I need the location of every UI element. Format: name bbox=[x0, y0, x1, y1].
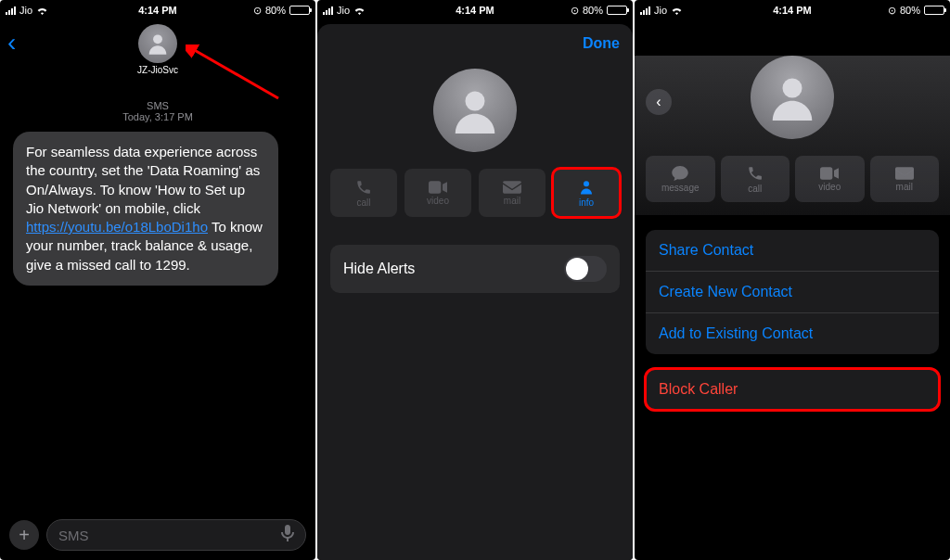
status-bar: Jio 4:14 PM ⊙ 80% bbox=[317, 0, 633, 20]
contact-header: ‹ message call video mail bbox=[635, 56, 950, 215]
phone-icon bbox=[747, 165, 764, 182]
back-button[interactable]: ‹ bbox=[7, 28, 16, 57]
battery-pct: 80% bbox=[265, 5, 286, 16]
svg-rect-7 bbox=[820, 167, 832, 179]
share-contact-row[interactable]: Share Contact bbox=[646, 230, 939, 271]
action-label: mail bbox=[504, 196, 520, 206]
action-label: video bbox=[818, 182, 841, 192]
contact-avatar[interactable] bbox=[138, 24, 177, 63]
mail-button[interactable]: mail bbox=[870, 156, 940, 202]
call-button[interactable]: call bbox=[721, 156, 790, 202]
screen-contact-card: Jio 4:14 PM ⊙ 80% ‹ message call vid bbox=[635, 0, 950, 560]
signal-icon bbox=[6, 6, 16, 15]
svg-rect-8 bbox=[895, 167, 914, 179]
svg-rect-3 bbox=[429, 181, 441, 193]
video-icon bbox=[429, 181, 447, 194]
add-media-button[interactable]: + bbox=[9, 520, 39, 550]
svg-point-5 bbox=[584, 181, 589, 186]
status-bar: Jio 4:14 PM ⊙ 80% bbox=[635, 0, 950, 20]
clock: 4:14 PM bbox=[741, 5, 842, 16]
wifi-icon bbox=[353, 6, 366, 15]
wifi-icon bbox=[671, 6, 683, 15]
done-button[interactable]: Done bbox=[583, 35, 620, 52]
create-new-contact-row[interactable]: Create New Contact bbox=[646, 271, 939, 312]
details-sheet: Done call video mail info bbox=[317, 24, 633, 560]
carrier-label: Jio bbox=[654, 5, 667, 16]
video-button[interactable]: video bbox=[404, 169, 471, 217]
compose-placeholder: SMS bbox=[58, 528, 89, 543]
back-button[interactable]: ‹ bbox=[646, 89, 672, 115]
contact-avatar bbox=[433, 69, 517, 152]
message-button[interactable]: message bbox=[646, 156, 715, 202]
info-button[interactable]: info bbox=[553, 169, 620, 217]
compose-input[interactable]: SMS bbox=[46, 519, 306, 551]
hide-alerts-row[interactable]: Hide Alerts bbox=[330, 245, 620, 293]
svg-point-0 bbox=[153, 34, 162, 44]
battery-pct: 80% bbox=[900, 5, 920, 16]
thread-meta: SMS Today, 3:17 PM bbox=[0, 100, 315, 122]
compose-bar: + SMS bbox=[0, 519, 315, 551]
messages-header: ‹ JZ-JioSvc bbox=[0, 20, 315, 85]
action-label: info bbox=[579, 197, 594, 208]
battery-pct: 80% bbox=[583, 5, 603, 16]
mic-icon[interactable] bbox=[281, 525, 294, 545]
carrier-label: Jio bbox=[337, 5, 350, 16]
thread-time: Today, 3:17 PM bbox=[0, 111, 315, 122]
video-icon bbox=[820, 167, 839, 180]
svg-rect-4 bbox=[503, 181, 521, 193]
signal-icon bbox=[323, 6, 333, 15]
clock: 4:14 PM bbox=[107, 5, 208, 16]
block-caller-row[interactable]: Block Caller bbox=[646, 369, 939, 410]
action-label: message bbox=[661, 183, 700, 193]
thread-type: SMS bbox=[0, 100, 315, 111]
battery-icon bbox=[289, 6, 310, 15]
wifi-icon bbox=[36, 6, 48, 15]
signal-icon bbox=[640, 6, 650, 15]
call-button[interactable]: call bbox=[330, 169, 397, 217]
contact-name: JZ-JioSvc bbox=[137, 65, 178, 75]
svg-point-6 bbox=[783, 79, 802, 98]
screen-details: Jio 4:14 PM ⊙ 80% Done call video bbox=[317, 0, 633, 560]
message-bubble[interactable]: For seamless data experience across the … bbox=[13, 132, 278, 286]
action-label: call bbox=[356, 197, 370, 208]
phone-icon bbox=[355, 179, 372, 196]
svg-point-2 bbox=[466, 92, 485, 111]
action-label: mail bbox=[896, 182, 913, 192]
message-link[interactable]: https://youtu.be/o18LboDi1ho bbox=[26, 219, 208, 235]
message-text-1: For seamless data experience across the … bbox=[26, 144, 260, 216]
action-row: message call video mail bbox=[635, 156, 950, 202]
action-label: video bbox=[427, 196, 449, 206]
battery-icon bbox=[924, 6, 944, 15]
battery-icon bbox=[607, 6, 627, 15]
status-bar: Jio 4:14 PM ⊙ 80% bbox=[0, 0, 315, 20]
mail-icon bbox=[895, 167, 914, 180]
add-existing-contact-row[interactable]: Add to Existing Contact bbox=[646, 312, 939, 354]
info-icon bbox=[578, 179, 595, 196]
contact-actions-group: Share Contact Create New Contact Add to … bbox=[646, 230, 939, 354]
video-button[interactable]: video bbox=[795, 156, 865, 202]
alarm-icon: ⊙ bbox=[888, 5, 896, 17]
settings-group: Hide Alerts bbox=[330, 245, 620, 293]
carrier-label: Jio bbox=[19, 5, 32, 16]
alarm-icon: ⊙ bbox=[571, 5, 579, 17]
action-row: call video mail info bbox=[317, 169, 633, 217]
contact-avatar bbox=[751, 56, 834, 139]
alarm-icon: ⊙ bbox=[253, 5, 262, 17]
mail-button[interactable]: mail bbox=[479, 169, 546, 217]
clock: 4:14 PM bbox=[424, 5, 525, 16]
block-group: Block Caller bbox=[646, 369, 939, 410]
screen-messages: Jio 4:14 PM ⊙ 80% ‹ JZ-JioSvc SMS Today,… bbox=[0, 0, 315, 560]
message-icon bbox=[672, 166, 688, 181]
hide-alerts-label: Hide Alerts bbox=[343, 261, 415, 277]
hide-alerts-toggle[interactable] bbox=[564, 256, 607, 282]
action-label: call bbox=[748, 184, 762, 194]
mail-icon bbox=[503, 181, 521, 194]
